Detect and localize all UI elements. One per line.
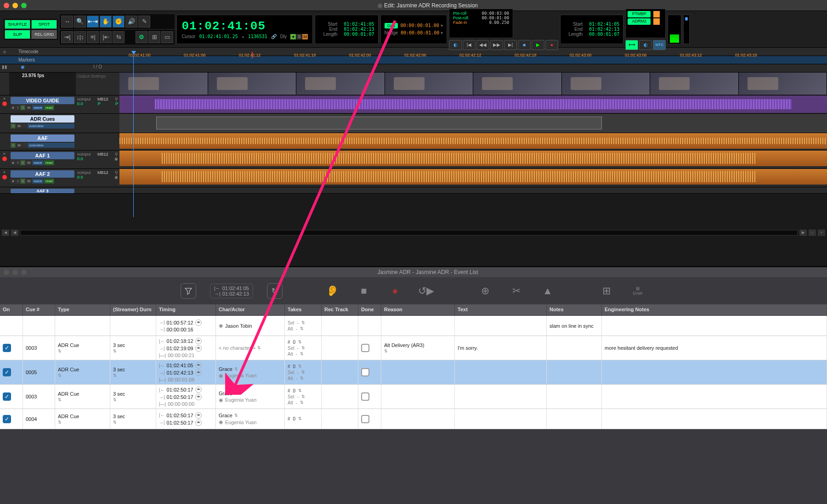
waveform-clip[interactable] xyxy=(119,151,827,166)
stepper-icon[interactable]: ⇅ xyxy=(300,352,304,357)
done-checkbox[interactable] xyxy=(361,392,369,401)
on-checkbox[interactable]: ✓ xyxy=(3,344,11,352)
grid-button[interactable]: Grid xyxy=(385,23,398,28)
column-header[interactable]: Cue # xyxy=(23,305,55,315)
slip-mode-button[interactable]: SLIP xyxy=(5,30,30,39)
column-header[interactable]: Text xyxy=(455,305,547,315)
event-row[interactable]: →| 01:00:57:12 ◂▸→| 00:00:00:16◉ Jason T… xyxy=(0,316,827,336)
zoom-icon[interactable] xyxy=(21,3,27,8)
stepper-icon[interactable]: ⇅ xyxy=(298,340,302,345)
waveform-clip[interactable] xyxy=(119,133,827,149)
stepper-icon[interactable]: ⇅ xyxy=(113,373,153,378)
sel2-end-value[interactable]: 01:02:42:13 xyxy=(589,27,619,32)
send-to-daw-button[interactable]: ⊞DAW xyxy=(629,282,646,300)
done-checkbox[interactable] xyxy=(361,368,369,376)
refresh-button[interactable]: ↻ xyxy=(267,283,283,299)
solo-button[interactable]: S xyxy=(11,123,16,129)
mute-button[interactable]: M xyxy=(16,123,22,129)
solo-button[interactable]: S xyxy=(20,160,25,165)
pan-knob-icon[interactable]: ◉ xyxy=(114,175,118,179)
postroll-value[interactable]: 00:00:01:00 xyxy=(481,16,509,20)
spot-mode-button[interactable]: SPOT xyxy=(31,20,57,29)
stepper-icon[interactable]: ⇅ xyxy=(234,391,238,396)
output-label[interactable]: MB12 xyxy=(97,97,108,101)
play-loop-button[interactable]: ↺▶ xyxy=(418,282,435,300)
column-header[interactable]: Type xyxy=(55,305,110,315)
input-icon[interactable]: ● xyxy=(11,179,16,184)
stepper-icon[interactable]: ⇅ xyxy=(58,420,107,425)
stepper-icon[interactable]: ⇅ xyxy=(234,413,238,418)
rehearse-button[interactable]: 👂 xyxy=(324,282,341,300)
column-header[interactable]: Engineering Notes xyxy=(602,305,827,315)
track-name[interactable]: AAF 3 xyxy=(11,189,74,193)
fadein-label[interactable]: Fade-in xyxy=(453,20,467,25)
track-name[interactable]: AAF 2 xyxy=(11,170,74,178)
mute-button[interactable]: M xyxy=(26,179,32,184)
nudge-icon[interactable]: ◂▸ xyxy=(195,386,202,393)
input-monitor-button[interactable]: I xyxy=(16,105,20,110)
stepper-icon[interactable]: ⇅ xyxy=(58,398,107,402)
nudge-icon[interactable]: ◂▸ xyxy=(195,412,202,419)
ptmbp-button[interactable]: PTMBP xyxy=(628,11,651,17)
playhead-icon[interactable] xyxy=(133,52,134,217)
nudge-icon[interactable]: ◂▸ xyxy=(195,420,202,426)
nudge-icon[interactable]: ◂▸ xyxy=(195,345,202,352)
event-row[interactable]: ✓0003ADR Cue ⇅3 sec ⇅|← 01:02:18:12 ◂▸→|… xyxy=(0,336,827,360)
stepper-icon[interactable]: ⇅ xyxy=(300,400,304,405)
track-name[interactable]: AAF xyxy=(11,134,74,142)
add-button[interactable]: ⊞ xyxy=(598,282,615,300)
timecode-out[interactable]: 01:02:42:13 xyxy=(222,291,249,297)
solo-button[interactable]: S xyxy=(20,105,25,110)
stepper-icon[interactable]: ⇅ xyxy=(301,346,305,351)
view-mode-button[interactable]: wave xyxy=(32,160,44,165)
scroll-left-icon[interactable]: ◀ xyxy=(11,230,18,236)
rewind-button[interactable]: ◀◀ xyxy=(476,40,489,50)
track-list-menu-icon[interactable]: ▮▮ xyxy=(0,64,9,72)
scrub-tool-icon[interactable]: 🔊 xyxy=(125,16,137,28)
timecode-ruler[interactable]: ≡ Timecode 01:02:41:0001:02:41:0601:02:4… xyxy=(0,48,827,56)
timecode-in[interactable]: 01:02:41:05 xyxy=(222,286,249,291)
input-label[interactable]: noinput xyxy=(77,97,91,101)
sync-online-button[interactable]: ⟷ xyxy=(625,40,638,50)
column-header[interactable]: Char/Actor xyxy=(216,305,285,315)
view-mode-button[interactable]: wave xyxy=(32,179,44,184)
sel2-start-value[interactable]: 01:02:41:05 xyxy=(589,22,619,27)
tab-to-transient-icon[interactable]: ≡| xyxy=(87,31,99,43)
expand-icon[interactable]: ▸ xyxy=(1,96,8,101)
stepper-icon[interactable]: ⇅ xyxy=(301,370,305,375)
minimize-icon[interactable] xyxy=(12,3,18,8)
solo-button[interactable]: S xyxy=(20,179,25,184)
cut-button[interactable]: ✂ xyxy=(508,282,525,300)
stop-button[interactable]: ■ xyxy=(355,282,373,300)
view-mode-button[interactable]: overview xyxy=(28,123,74,129)
filter-button[interactable] xyxy=(181,283,196,299)
automation-mode-button[interactable]: read xyxy=(44,179,54,184)
solo-button[interactable]: S xyxy=(11,143,16,148)
expand-icon[interactable]: ▸ xyxy=(1,151,8,156)
record-arm-icon[interactable] xyxy=(2,101,7,106)
minimize-icon[interactable] xyxy=(12,269,18,275)
dropdown-icon[interactable]: ▾ xyxy=(441,23,443,28)
marker-button[interactable]: ▲ xyxy=(539,282,556,300)
play-button[interactable]: ▶ xyxy=(532,40,544,50)
markers-ruler[interactable]: Markers xyxy=(0,56,827,64)
stepper-icon[interactable]: ⇅ xyxy=(301,320,305,325)
event-row[interactable]: ✓0003ADR Cue ⇅3 sec ⇅|← 01:02:50:17 ◂▸→|… xyxy=(0,385,827,409)
record-button[interactable]: ● xyxy=(386,282,404,300)
gain-value[interactable]: 0.0 xyxy=(77,101,83,106)
zoom-out-icon[interactable]: – xyxy=(809,230,816,236)
column-header[interactable]: Reason xyxy=(381,305,455,315)
pan-knob-icon[interactable]: ◉ xyxy=(114,157,118,161)
stepper-icon[interactable]: ⇅ xyxy=(113,349,153,353)
pan-left[interactable]: P xyxy=(98,101,101,106)
input-label[interactable]: noinput xyxy=(77,152,91,157)
input-icon[interactable]: ● xyxy=(11,105,16,110)
rtz-button[interactable]: |◀ xyxy=(463,40,476,50)
track-name[interactable]: VIDEO GUIDE xyxy=(11,97,74,104)
gte-button[interactable]: ▶| xyxy=(504,40,517,50)
adrm2-button[interactable]: ADRM2 xyxy=(628,18,651,25)
stop-button[interactable]: ■ xyxy=(518,40,531,50)
mirrored-icon[interactable]: ⇆ xyxy=(113,31,125,43)
sel-length-value[interactable]: 00:00:01:07 xyxy=(344,32,374,37)
record-arm-icon[interactable] xyxy=(2,157,7,161)
